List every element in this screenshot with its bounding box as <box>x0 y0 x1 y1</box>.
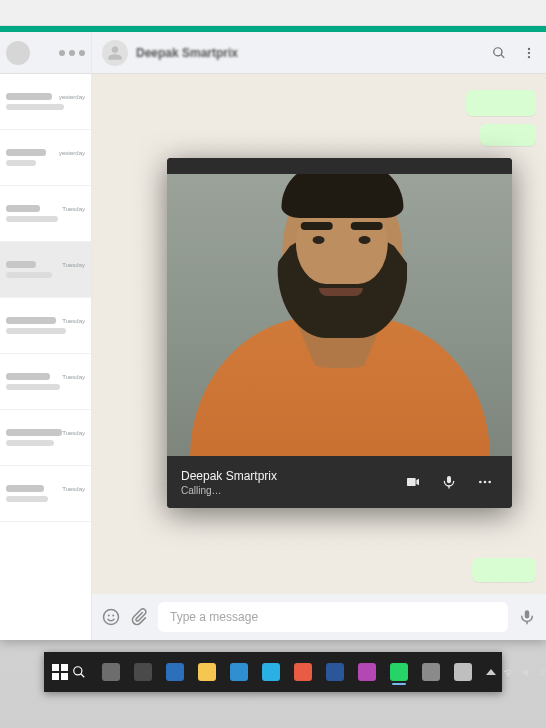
chat-item-name <box>6 205 40 212</box>
chat-header: Deepak Smartprix <box>92 32 546 74</box>
chat-item-name <box>6 429 62 436</box>
mic-toggle-button[interactable] <box>436 469 462 495</box>
chat-list-item[interactable]: yesterday <box>0 130 91 186</box>
microphone-icon <box>441 474 457 490</box>
chat-item-name <box>6 93 52 100</box>
attach-icon[interactable] <box>130 608 148 626</box>
camera-toggle-button[interactable] <box>400 469 426 495</box>
start-button[interactable] <box>52 656 68 688</box>
chat-item-preview <box>6 160 36 166</box>
chat-item-preview <box>6 496 48 502</box>
chat-item-preview <box>6 216 58 222</box>
outgoing-message[interactable] <box>466 90 536 116</box>
chat-item-preview <box>6 440 54 446</box>
call-video-area <box>167 174 512 456</box>
photos-icon[interactable] <box>352 657 382 687</box>
person-icon <box>107 45 123 61</box>
chat-item-name <box>6 261 36 268</box>
message-input[interactable] <box>158 602 508 632</box>
outgoing-message[interactable] <box>480 124 536 146</box>
mic-icon[interactable] <box>518 608 536 626</box>
contact-name[interactable]: Deepak Smartprix <box>136 46 238 60</box>
call-more-button[interactable] <box>472 469 498 495</box>
chat-list-item[interactable]: Tuesday <box>0 242 91 298</box>
chat-list-item[interactable]: Tuesday <box>0 186 91 242</box>
app-11-icon[interactable] <box>416 657 446 687</box>
chat-item-preview <box>6 272 52 278</box>
windows-taskbar <box>44 652 502 692</box>
svg-point-1 <box>528 51 530 53</box>
contact-avatar[interactable] <box>102 40 128 66</box>
chat-item-preview <box>6 104 64 110</box>
search-icon[interactable] <box>492 46 506 60</box>
outgoing-message[interactable] <box>472 558 536 582</box>
tray-overflow-icon[interactable] <box>486 669 496 675</box>
chat-item-time: Tuesday <box>62 262 85 268</box>
status-icon[interactable] <box>59 50 65 56</box>
chat-sidebar: yesterdayyesterdayTuesdayTuesdayTuesdayT… <box>0 32 92 640</box>
wifi-icon[interactable] <box>502 666 515 679</box>
explorer-icon[interactable] <box>192 657 222 687</box>
chat-item-time: Tuesday <box>62 486 85 492</box>
whatsapp-icon[interactable] <box>384 657 414 687</box>
svg-point-8 <box>488 481 491 484</box>
menu-icon[interactable] <box>79 50 85 56</box>
chat-item-name <box>6 317 56 324</box>
mail-icon[interactable] <box>160 657 190 687</box>
message-compose-bar <box>92 594 546 640</box>
search-icon <box>72 665 86 679</box>
chat-list-item[interactable]: Tuesday <box>0 354 91 410</box>
call-titlebar[interactable] <box>167 158 512 174</box>
app-12-icon[interactable] <box>448 657 478 687</box>
cortana-icon[interactable] <box>128 657 158 687</box>
volume-icon[interactable] <box>521 666 534 679</box>
edge-icon[interactable] <box>224 657 254 687</box>
chat-item-time: Tuesday <box>62 374 85 380</box>
svg-point-4 <box>108 614 110 616</box>
store-icon[interactable] <box>256 657 286 687</box>
svg-point-5 <box>112 614 114 616</box>
chat-list-item[interactable]: yesterday <box>0 74 91 130</box>
chat-item-time: Tuesday <box>62 430 85 436</box>
svg-point-0 <box>528 47 530 49</box>
camera-icon <box>405 474 421 490</box>
svg-point-6 <box>479 481 482 484</box>
sidebar-header <box>0 32 91 74</box>
chrome-icon[interactable] <box>288 657 318 687</box>
window-titlebar[interactable] <box>0 0 546 26</box>
svg-point-7 <box>484 481 487 484</box>
video-call-window[interactable]: Deepak Smartprix Calling… <box>167 158 512 508</box>
system-tray[interactable] <box>486 666 546 679</box>
user-avatar[interactable] <box>6 41 30 65</box>
chat-item-name <box>6 485 44 492</box>
task-view-icon[interactable] <box>96 657 126 687</box>
chat-item-time: Tuesday <box>62 318 85 324</box>
chat-list: yesterdayyesterdayTuesdayTuesdayTuesdayT… <box>0 74 91 640</box>
chat-item-time: yesterday <box>59 94 85 100</box>
chat-list-item[interactable]: Tuesday <box>0 298 91 354</box>
word-icon[interactable] <box>320 657 350 687</box>
svg-point-9 <box>74 667 82 675</box>
call-contact-name: Deepak Smartprix <box>181 469 277 483</box>
chat-item-name <box>6 373 50 380</box>
svg-point-3 <box>104 610 119 625</box>
chat-item-time: Tuesday <box>62 206 85 212</box>
call-controls-bar: Deepak Smartprix Calling… <box>167 456 512 508</box>
windows-logo-icon <box>52 664 68 680</box>
chat-item-preview <box>6 328 66 334</box>
chat-list-item[interactable]: Tuesday <box>0 410 91 466</box>
chat-item-time: yesterday <box>59 150 85 156</box>
chat-list-item[interactable]: Tuesday <box>0 466 91 522</box>
chat-item-name <box>6 149 46 156</box>
call-status: Calling… <box>181 485 277 496</box>
svg-point-2 <box>528 55 530 57</box>
battery-icon[interactable] <box>540 666 546 679</box>
taskbar-search-button[interactable] <box>72 656 86 688</box>
more-horizontal-icon <box>477 474 493 490</box>
more-icon[interactable] <box>522 46 536 60</box>
emoji-icon[interactable] <box>102 608 120 626</box>
svg-rect-10 <box>541 670 546 674</box>
chat-item-preview <box>6 384 60 390</box>
new-chat-icon[interactable] <box>69 50 75 56</box>
